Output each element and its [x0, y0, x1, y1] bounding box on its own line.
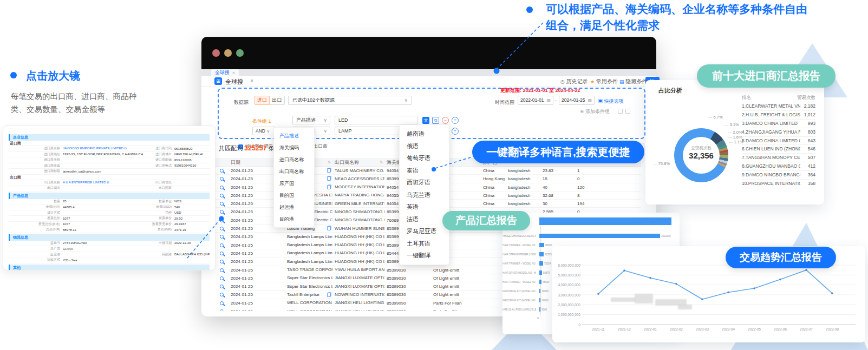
importer-list-row[interactable]: 1.CLEARWATER METAL VN ...2,182	[742, 102, 815, 111]
callout-magnifier-desc: 每笔交易的出口商、进口商、商品种 类、交易数量、交易金额等	[11, 90, 136, 116]
date-from-input[interactable]: 2022-01-01▦	[518, 96, 553, 105]
quick-options-link[interactable]: ▣ 快捷选项	[598, 98, 624, 105]
remove-condition-icon[interactable]: −	[442, 117, 449, 124]
bar-value: 56879	[543, 272, 550, 274]
layout-icon[interactable]	[625, 109, 630, 114]
field-label: 申报日期	[143, 241, 174, 246]
magnifier-icon[interactable]	[220, 268, 224, 272]
field-menu-item[interactable]: 产品描述	[274, 130, 314, 142]
field-menu-item[interactable]: 进口商名称	[274, 154, 314, 166]
magnifier-icon[interactable]	[220, 169, 224, 173]
language-menu-item[interactable]: 法语	[400, 213, 449, 226]
bar-row: HAIR TRIMMER - MODEL NO - HT20...98000	[502, 241, 552, 249]
bar	[539, 243, 544, 247]
datasource-select[interactable]: 已选中102个数据源∨	[288, 96, 412, 105]
importer-list-row[interactable]: 5.DAMCO CHINA LIMITED O/B643	[742, 137, 815, 146]
history-button[interactable]: ◷历史记录	[560, 78, 588, 85]
destination-cell: bangladesh	[506, 175, 540, 182]
hide-conditions-button[interactable]: ▤隐藏条件	[619, 78, 648, 85]
magnifier-icon[interactable]	[220, 260, 224, 263]
copy-icon[interactable]	[327, 168, 331, 173]
external-link-icon[interactable]: ⧉	[123, 147, 127, 150]
copy-icon[interactable]	[327, 226, 331, 230]
field-menu-item[interactable]: 海关编码	[274, 142, 314, 154]
magnifier-icon[interactable]	[220, 252, 224, 255]
field-menu-item[interactable]: 原产国	[274, 177, 314, 189]
add-condition-icon[interactable]: +	[452, 117, 459, 124]
field-menu-item[interactable]: 目的国	[274, 189, 314, 201]
field-label: 出口城市	[9, 186, 63, 190]
hs-code-cell: 85399090	[384, 299, 431, 307]
top-importers-report-badge: 前十大进口商汇总报告	[697, 64, 836, 88]
language-menu-item[interactable]: 乌克兰语	[400, 189, 449, 201]
field-value: 540	[174, 206, 210, 209]
favorite-conditions-button[interactable]: ★常用条件	[590, 78, 618, 85]
language-menu-item[interactable]: 英语	[400, 201, 449, 213]
minimize-window-icon[interactable]	[224, 49, 232, 57]
magnifier-icon[interactable]	[220, 293, 224, 296]
importer-list-row[interactable]: 4.ZHANGJIAGANG YIHUA RU...803	[742, 128, 815, 137]
svg-text:2022-02: 2022-02	[670, 327, 683, 331]
field-menu-item[interactable]: 目的港	[274, 213, 314, 225]
importer-list-row[interactable]: 8.GUANGZHOU WANBAO GR...412	[742, 162, 815, 171]
hs-code-cell: 85399030	[384, 282, 431, 290]
magnifier-icon[interactable]	[220, 301, 224, 305]
close-window-icon[interactable]	[212, 49, 220, 57]
language-menu-item[interactable]: 俄语	[400, 140, 449, 153]
column-header[interactable]: 出口商名称⇅	[332, 158, 384, 166]
language-menu-item[interactable]: 葡萄牙语	[400, 152, 449, 164]
importer-list-row[interactable]: 3.DAMCO CHINA LIMITED993	[742, 120, 815, 128]
importer-name: 1.CLEARWATER METAL VN ...	[742, 102, 800, 110]
importer-list-row[interactable]: 7.TANGSHAN MONOPY CERA...507	[742, 154, 815, 162]
app-switcher[interactable]: 全球搜	[225, 78, 243, 86]
date-to-input[interactable]: 2024-01-25▦	[559, 96, 595, 105]
import-tab[interactable]: 进口	[254, 96, 270, 105]
add-condition-icon[interactable]: +	[452, 128, 459, 135]
magnifier-icon[interactable]	[220, 219, 224, 222]
sort-icon[interactable]: ⇅	[380, 158, 383, 166]
importer-list-row[interactable]: 2.H.U.B. FREIGHT & LOGISTI...1,012	[742, 111, 815, 120]
bar-label: HAIR TRIMMER - MODEL NO - HT20...	[502, 262, 536, 265]
translate-icon[interactable]: 文	[422, 117, 429, 124]
magnifier-icon[interactable]	[220, 186, 224, 189]
language-menu-item[interactable]: 罗马尼亚语	[400, 225, 449, 237]
keyword-input-1[interactable]: LED	[335, 116, 418, 124]
magnifier-icon[interactable]	[220, 227, 224, 230]
language-menu-item[interactable]: 土耳其语	[400, 237, 449, 250]
export-tab[interactable]: 出口	[270, 96, 285, 105]
language-menu-item[interactable]: 一键翻译	[400, 249, 449, 262]
language-menu-item[interactable]: 泰语	[400, 164, 449, 177]
copy-icon[interactable]	[327, 185, 331, 189]
copy-icon[interactable]	[327, 176, 331, 181]
tab-close-icon[interactable]: ×	[232, 70, 235, 75]
copy-icon[interactable]	[327, 293, 331, 297]
importer-list-row[interactable]: 6.CHIEN LUEN IND (ZHONGS...546	[742, 145, 815, 154]
magnifier-icon[interactable]	[220, 210, 224, 214]
magnifier-icon[interactable]	[220, 309, 224, 311]
batch-icon[interactable]: ⧉	[432, 117, 439, 124]
magnifier-icon[interactable]	[220, 194, 224, 197]
sort-icon[interactable]: ⇅	[328, 158, 331, 166]
importer-list-row[interactable]: 10.PROSPACE INTERNATIONA...358	[742, 180, 815, 188]
importer-cell: WELL CORPORATION	[285, 307, 332, 311]
importer-list-row[interactable]: 9.DAMCO NINGBO BRANCH364	[742, 171, 815, 180]
external-link-icon[interactable]: ⧉	[106, 181, 109, 184]
field-menu-item[interactable]: 起运港	[274, 201, 314, 213]
language-menu-item[interactable]: 越南语	[400, 128, 449, 140]
add-condition-group-link[interactable]: ⊕ 添加条件组	[580, 108, 610, 115]
and-or-select[interactable]: AND ∨	[252, 127, 275, 135]
magnifier-icon[interactable]	[220, 243, 224, 247]
magnifier-icon[interactable]	[220, 276, 224, 280]
magnifier-icon[interactable]	[220, 202, 224, 206]
tab-global-search[interactable]: 全球搜×	[211, 69, 239, 76]
layout-icon[interactable]	[618, 109, 623, 114]
magnifier-icon[interactable]	[220, 235, 224, 239]
result-count: 325257	[244, 144, 267, 152]
field-menu-item[interactable]: 出口商名称	[274, 166, 314, 177]
language-menu-item[interactable]: 西班牙语	[400, 176, 449, 189]
row-detail-cell	[216, 224, 229, 232]
magnifier-icon[interactable]	[220, 285, 224, 288]
magnifier-icon[interactable]	[220, 177, 224, 181]
maximize-window-icon[interactable]	[236, 49, 244, 57]
field-select-1[interactable]: 产品描述∨	[292, 116, 330, 124]
